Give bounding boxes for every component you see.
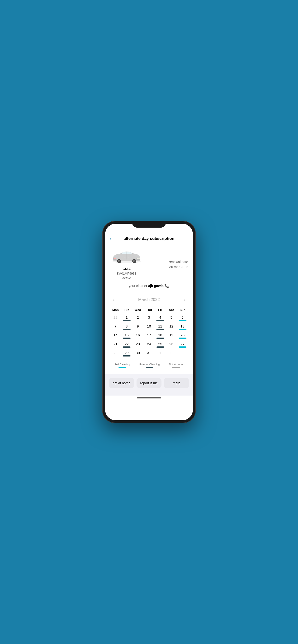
legend-bar [172, 367, 180, 368]
calendar-indicator [157, 320, 164, 321]
calendar-cell[interactable]: 23 [132, 341, 143, 348]
svg-point-3 [113, 258, 116, 259]
calendar-date: 30 [136, 351, 140, 354]
car-status: active [122, 276, 131, 280]
svg-rect-11 [124, 257, 126, 257]
calendar-cell[interactable]: 5 [166, 314, 177, 322]
not-at-home-button[interactable]: not at home [109, 378, 134, 388]
calendar-cell[interactable]: 29 [121, 350, 132, 358]
calendar-grid: MonTueWedThuFriSatSun 281234567891011121… [110, 307, 188, 358]
calendar-date: 22 [125, 342, 129, 346]
calendar-cell[interactable]: 27 [177, 341, 188, 348]
page-title: alternate day subscription [123, 236, 175, 241]
svg-point-2 [137, 258, 140, 259]
phone-icon[interactable]: 📞 [164, 284, 169, 288]
renewal-label: renewal date [169, 260, 188, 264]
calendar-date: 31 [147, 351, 151, 354]
more-button[interactable]: more [164, 378, 189, 388]
calendar-date: 10 [147, 324, 151, 328]
car-plate: KA01MP9931 [117, 272, 136, 275]
calendar-cell[interactable]: 28 [110, 350, 121, 358]
next-month-button[interactable]: › [182, 296, 188, 303]
calendar-day-name: Sat [166, 307, 177, 313]
calendar-date: 16 [136, 333, 140, 337]
legend-item: Full Cleaning [115, 363, 130, 368]
calendar-indicator [179, 346, 186, 348]
home-bar [137, 398, 161, 398]
calendar-cell[interactable]: 28 [110, 314, 121, 322]
cleaner-label: your cleaner [129, 284, 147, 288]
calendar-cell[interactable]: 12 [166, 324, 177, 331]
calendar-cell[interactable]: 16 [132, 332, 143, 340]
calendar-legend: Full CleaningExterior CleaningNot at hom… [110, 360, 188, 370]
calendar-cell[interactable]: 4 [155, 314, 166, 322]
svg-point-9 [134, 260, 135, 262]
calendar-cell[interactable]: 18 [155, 332, 166, 340]
calendar-cell[interactable]: 30 [132, 350, 143, 358]
calendar-day-name: Wed [132, 307, 143, 313]
calendar-date: 27 [181, 342, 185, 346]
calendar-cell[interactable]: 31 [143, 350, 155, 358]
calendar-date: 15 [125, 333, 129, 337]
calendar-cell[interactable]: 7 [110, 324, 121, 331]
calendar-indicator [123, 329, 130, 330]
calendar-cell[interactable]: 2 [132, 314, 143, 322]
calendar-cell[interactable]: 6 [177, 314, 188, 322]
calendar-cell[interactable]: 26 [166, 341, 177, 348]
calendar-cell[interactable]: 19 [166, 332, 177, 340]
calendar-date: 5 [170, 316, 172, 319]
calendar-cell[interactable]: 1 [155, 350, 166, 358]
calendar-cell[interactable]: 17 [143, 332, 155, 340]
calendar-date: 1 [126, 316, 128, 319]
calendar-date: 17 [147, 333, 151, 337]
calendar-date: 14 [113, 333, 117, 337]
calendar-date: 2 [137, 316, 139, 319]
calendar-week: 28123456 [110, 314, 188, 322]
legend-bar [146, 367, 153, 368]
calendar-cell[interactable]: 13 [177, 324, 188, 331]
calendar-date: 9 [137, 324, 139, 328]
calendar-cell[interactable]: 8 [121, 324, 132, 331]
calendar-indicator [123, 355, 130, 356]
calendar-week: 78910111213 [110, 324, 188, 331]
calendar-cell[interactable]: 15 [121, 332, 132, 340]
calendar-cell[interactable]: 24 [143, 341, 155, 348]
calendar-indicator [123, 338, 130, 339]
calendar-section: ‹ March 2022 › MonTueWedThuFriSatSun 281… [105, 292, 193, 374]
calendar-cell[interactable]: 9 [132, 324, 143, 331]
calendar-indicator [157, 338, 164, 339]
svg-rect-12 [128, 257, 129, 257]
calendar-day-name: Fri [155, 307, 166, 313]
calendar-cell[interactable]: 10 [143, 324, 155, 331]
calendar-cell[interactable]: 11 [155, 324, 166, 331]
calendar-week: 21222324252627 [110, 341, 188, 348]
legend-label: Not at home [169, 363, 183, 366]
calendar-cell[interactable]: 20 [177, 332, 188, 340]
back-button[interactable]: ‹ [110, 235, 112, 242]
calendar-days-header: MonTueWedThuFriSatSun [110, 307, 188, 313]
calendar-date: 29 [125, 351, 129, 354]
svg-point-6 [118, 260, 120, 262]
calendar-date: 8 [126, 324, 128, 328]
calendar-cell[interactable]: 1 [121, 314, 132, 322]
calendar-cell[interactable]: 3 [177, 350, 188, 358]
legend-item: Not at home [169, 363, 183, 368]
calendar-week: 28293031123 [110, 350, 188, 358]
report-issue-button[interactable]: report issue [136, 378, 162, 388]
calendar-date: 2 [170, 351, 172, 354]
calendar-cell[interactable]: 22 [121, 341, 132, 348]
legend-label: Full Cleaning [115, 363, 130, 366]
calendar-cell[interactable]: 25 [155, 341, 166, 348]
calendar-date: 23 [136, 342, 140, 346]
calendar-date: 28 [113, 316, 117, 319]
calendar-cell[interactable]: 14 [110, 332, 121, 340]
calendar-cell[interactable]: 21 [110, 341, 121, 348]
prev-month-button[interactable]: ‹ [110, 296, 116, 303]
calendar-date: 11 [158, 324, 162, 328]
calendar-cell[interactable]: 2 [166, 350, 177, 358]
calendar-date: 6 [182, 316, 184, 319]
calendar-week: 14151617181920 [110, 332, 188, 340]
calendar-indicator [123, 346, 130, 348]
calendar-cell[interactable]: 3 [143, 314, 155, 322]
calendar-date: 18 [158, 333, 162, 337]
